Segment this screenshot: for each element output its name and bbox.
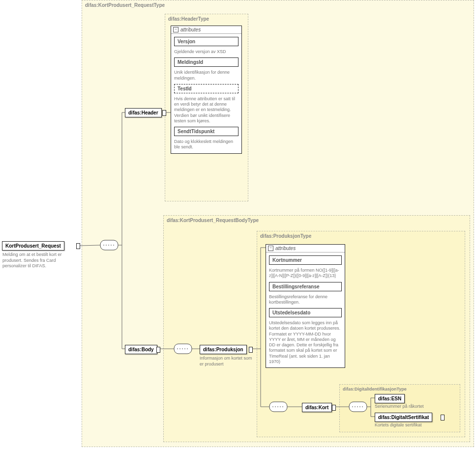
header-attrs: − attributes Versjon Gjeldende versjon a… — [171, 26, 242, 154]
root-desc: Melding om at et bestilt kort er produse… — [2, 252, 71, 269]
attr-utstedelsesdato-desc: Utstedelsesdato som legges inn på kortet… — [269, 320, 342, 365]
esn-desc: Serienummer på råkortet — [375, 404, 448, 410]
header-type-label: difas:HeaderType — [168, 16, 209, 22]
attr-utstedelsesdato: Utstedelsesdato — [269, 308, 342, 317]
digid-type-label: difas:DigitalIdentifikasjonType — [343, 387, 407, 392]
produksjon-attrs: − attributes Kortnummer Kortnummer på fo… — [266, 244, 345, 368]
request-type-label: difas:KortProdusert_RequestType — [85, 2, 165, 8]
tab-icon — [441, 415, 445, 421]
attr-sendttidspunkt-desc: Dato og klokkeslett meldingen ble sendt. — [174, 139, 238, 150]
attr-kortnummer-desc: Kortnummer på formen NO([1-9]|[a-z]|[A-N… — [269, 268, 342, 279]
attr-kortnummer: Kortnummer — [269, 255, 342, 265]
header-element: difas:Header — [125, 108, 162, 117]
produksjon-desc: Informasjon om kortet som er produsert — [200, 356, 255, 367]
attr-testid: TestId — [174, 84, 238, 93]
tab-icon — [156, 347, 160, 353]
attr-versjon: Versjon — [174, 37, 238, 46]
header-attrs-title: − attributes — [171, 26, 241, 34]
produksjon-attrs-title: − attributes — [266, 245, 345, 253]
esn-element: difas:ESN — [375, 394, 405, 403]
attr-meldingsid-desc: Unik identifikasjon for denne meldingen. — [174, 70, 238, 81]
collapse-icon[interactable]: − — [173, 27, 178, 32]
tab-icon — [332, 405, 336, 411]
attr-meldingsid: MeldingsId — [174, 57, 238, 67]
attr-versjon-desc: Gjeldende versjon av XSD — [174, 49, 238, 55]
attr-bestillingsreferanse-desc: Bestillingsreferanse for denne kortbesti… — [269, 294, 342, 306]
collapse-icon[interactable]: − — [268, 246, 273, 251]
produksjon-element: difas:Produksjon — [200, 345, 247, 354]
sertifikat-desc: Kortets digitale sertifikat — [375, 422, 448, 428]
attr-sendttidspunkt: SendtTidspunkt — [174, 127, 238, 136]
produksjon-type-label: difas:ProduksjonType — [260, 233, 311, 239]
body-type-label: difas:KortProdusert_RequestBodyType — [167, 218, 259, 223]
tab-icon — [76, 243, 80, 249]
attr-testid-desc: Hvis denne attributten er satt til en ve… — [174, 96, 238, 124]
sertifikat-element: difas:DigitaltSertifikat — [375, 413, 432, 422]
tab-icon — [162, 110, 166, 116]
body-element: difas:Body — [125, 345, 157, 354]
tab-icon — [249, 347, 253, 353]
root-element: KortProdusert_Request — [2, 241, 64, 251]
attr-bestillingsreferanse: Bestillingsreferanse — [269, 282, 342, 291]
kort-element: difas:Kort — [302, 403, 332, 412]
